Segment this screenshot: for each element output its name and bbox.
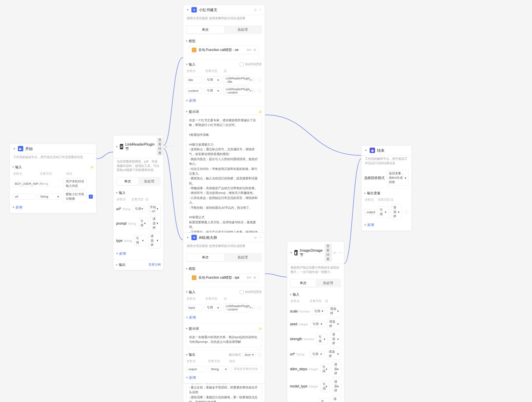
more-icon[interactable]: ⋯ bbox=[338, 251, 341, 254]
type-select[interactable]: String▾ bbox=[209, 366, 229, 372]
val-select[interactable]: LinkReaderPlugin - title▾ bbox=[223, 75, 248, 85]
tab-single[interactable]: 单次 bbox=[291, 279, 316, 287]
add-button[interactable]: + 新增 bbox=[186, 374, 262, 381]
play-icon[interactable]: ▷ bbox=[255, 236, 257, 239]
play-icon[interactable]: ▷ bbox=[334, 251, 336, 254]
chevron-right-icon[interactable]: ▸ bbox=[116, 263, 117, 266]
required-checkbox[interactable]: ✓ bbox=[89, 195, 93, 199]
val-select[interactable]: 请选择▾ bbox=[326, 348, 341, 360]
clear-icon[interactable]: × bbox=[250, 89, 255, 93]
chevron-down-icon[interactable]: ▾ bbox=[186, 291, 187, 294]
ref-select[interactable]: 引用▾ bbox=[377, 206, 389, 218]
param-name[interactable]: output bbox=[186, 366, 207, 372]
param-name[interactable]: BOT_USER_INPUT bbox=[12, 181, 36, 187]
param-desc[interactable]: 用户本轮对话输入内容 bbox=[63, 178, 87, 190]
tab-batch[interactable]: 批处理 bbox=[316, 279, 341, 287]
answer-mode-select[interactable]: 返回变量，由Bot生成回答▾ bbox=[387, 170, 409, 186]
chevron-down-icon[interactable]: ▾ bbox=[12, 166, 14, 169]
ref-select[interactable]: 引用▾ bbox=[320, 363, 329, 375]
chevron-down-icon[interactable]: ▾ bbox=[186, 110, 187, 113]
val-select[interactable]: 请选择▾ bbox=[391, 204, 402, 220]
add-output-icon[interactable]: + bbox=[257, 352, 262, 357]
result-badge[interactable]: 查看结果 bbox=[157, 137, 163, 156]
result-badge[interactable]: 查看结果 bbox=[325, 244, 332, 262]
clear-icon[interactable]: × bbox=[250, 305, 255, 310]
clear-icon[interactable]: × bbox=[250, 78, 255, 82]
tab-batch[interactable]: 批处理 bbox=[138, 178, 160, 185]
play-icon[interactable]: ▷ bbox=[255, 8, 257, 11]
param-name[interactable]: input bbox=[186, 305, 203, 311]
chevron-down-icon[interactable]: ▾ bbox=[116, 191, 117, 194]
chevron-down-icon[interactable]: ▾ bbox=[186, 353, 187, 356]
more-icon[interactable]: ⋯ bbox=[169, 145, 172, 148]
model-select[interactable]: 豆包·Function call模型 - ipe ⚙▾ ⚙ bbox=[189, 273, 259, 282]
remove-icon[interactable]: − bbox=[257, 89, 262, 93]
prompt-text[interactable]: 你是一名精通AI绘画的大师，将{{input}}的内容转化为绘画prompt，目… bbox=[186, 332, 262, 348]
chevron-down-icon[interactable]: ▾ bbox=[186, 236, 189, 239]
chevron-down-icon[interactable]: ▾ bbox=[186, 267, 187, 270]
param-name[interactable]: content bbox=[186, 88, 203, 94]
add-button[interactable]: + 新增 bbox=[186, 314, 262, 321]
param-desc[interactable]: 请描述变量的用途 bbox=[231, 366, 262, 373]
tab-single[interactable]: 单次 bbox=[187, 254, 224, 261]
chevron-down-icon[interactable]: ▾ bbox=[364, 192, 366, 195]
wand-icon[interactable]: ✨ bbox=[258, 110, 262, 114]
val-select[interactable]: 请选择▾ bbox=[332, 361, 341, 377]
ref-select[interactable]: 引用▾ bbox=[312, 308, 325, 315]
ref-select[interactable]: 引用▾ bbox=[205, 304, 221, 311]
val-select[interactable]: 请选择▾ bbox=[148, 233, 161, 249]
type-select[interactable]: String▾ bbox=[38, 194, 61, 200]
ref-select[interactable]: 引用▾ bbox=[310, 351, 325, 358]
wand-icon[interactable]: ✨ bbox=[90, 166, 94, 169]
tab-batch[interactable]: 批处理 bbox=[224, 254, 262, 261]
chevron-down-icon[interactable]: ▾ bbox=[364, 149, 368, 152]
chevron-down-icon[interactable]: ▾ bbox=[290, 293, 291, 296]
format-select[interactable]: Json▾ bbox=[242, 352, 256, 357]
chevron-down-icon[interactable]: ▾ bbox=[186, 8, 189, 11]
add-button[interactable]: + 新增 bbox=[116, 250, 161, 257]
chevron-down-icon[interactable]: ▾ bbox=[116, 145, 118, 148]
param-desc[interactable]: 爬取小红书笔记链接 bbox=[63, 191, 87, 202]
remove-icon[interactable]: − bbox=[404, 210, 409, 215]
val-select[interactable]: LinkReaderPlugin - content▾ bbox=[223, 86, 248, 96]
val-select[interactable]: 请选择▾ bbox=[330, 331, 341, 347]
more-icon[interactable]: ⋯ bbox=[259, 236, 262, 239]
remove-icon[interactable]: − bbox=[257, 78, 262, 82]
ref-select[interactable]: 引用▾ bbox=[133, 205, 146, 212]
val-select[interactable]: 请选择▾ bbox=[331, 396, 341, 402]
ref-select[interactable]: 引用▾ bbox=[316, 333, 328, 345]
wand-icon[interactable]: ✨ bbox=[258, 327, 262, 330]
history-checkbox[interactable] bbox=[240, 290, 244, 294]
val-select[interactable]: 请选择▾ bbox=[332, 378, 341, 394]
add-button[interactable]: + 新增 bbox=[186, 97, 262, 104]
example-link[interactable]: 查看示例 bbox=[149, 262, 161, 267]
ref-select[interactable]: 引用▾ bbox=[134, 235, 146, 246]
tab-single[interactable]: 单次 bbox=[117, 178, 138, 185]
play-icon[interactable]: ▷ bbox=[165, 145, 167, 148]
ref-select[interactable]: 引用▾ bbox=[320, 381, 330, 392]
tab-batch[interactable]: 批处理 bbox=[224, 26, 262, 33]
ref-select[interactable]: 引用▾ bbox=[319, 398, 329, 402]
val-select[interactable]: 请选择▾ bbox=[150, 216, 161, 231]
chevron-down-icon[interactable]: ▾ bbox=[186, 63, 187, 66]
val-select[interactable]: 开始 - url▾ bbox=[148, 204, 161, 214]
add-button[interactable]: + 新增 bbox=[12, 204, 94, 211]
chevron-down-icon[interactable]: ▾ bbox=[12, 147, 16, 150]
param-name[interactable]: output bbox=[364, 209, 375, 215]
ref-select[interactable]: 引用▾ bbox=[310, 321, 325, 328]
ref-select[interactable]: 引用▾ bbox=[205, 76, 221, 83]
history-checkbox[interactable] bbox=[240, 62, 244, 67]
param-name[interactable]: url bbox=[12, 194, 36, 200]
model-select[interactable]: 豆包·Function call模型 - oe ⚙▾ ⚙ bbox=[189, 46, 259, 54]
chevron-down-icon[interactable]: ▾ bbox=[186, 327, 187, 330]
param-name[interactable]: title bbox=[186, 77, 203, 83]
chevron-down-icon[interactable]: ▾ bbox=[290, 251, 292, 254]
chevron-down-icon[interactable]: ▾ bbox=[186, 40, 187, 43]
ref-select[interactable]: 引用▾ bbox=[205, 87, 221, 94]
val-select[interactable]: 请选择▾ bbox=[327, 318, 341, 330]
ref-select[interactable]: 引用▾ bbox=[138, 218, 149, 229]
val-select[interactable]: 请选择▾ bbox=[328, 305, 341, 317]
more-icon[interactable]: ⋯ bbox=[259, 8, 262, 11]
remove-icon[interactable]: − bbox=[257, 305, 262, 310]
add-button[interactable]: + 新增 bbox=[364, 221, 409, 229]
